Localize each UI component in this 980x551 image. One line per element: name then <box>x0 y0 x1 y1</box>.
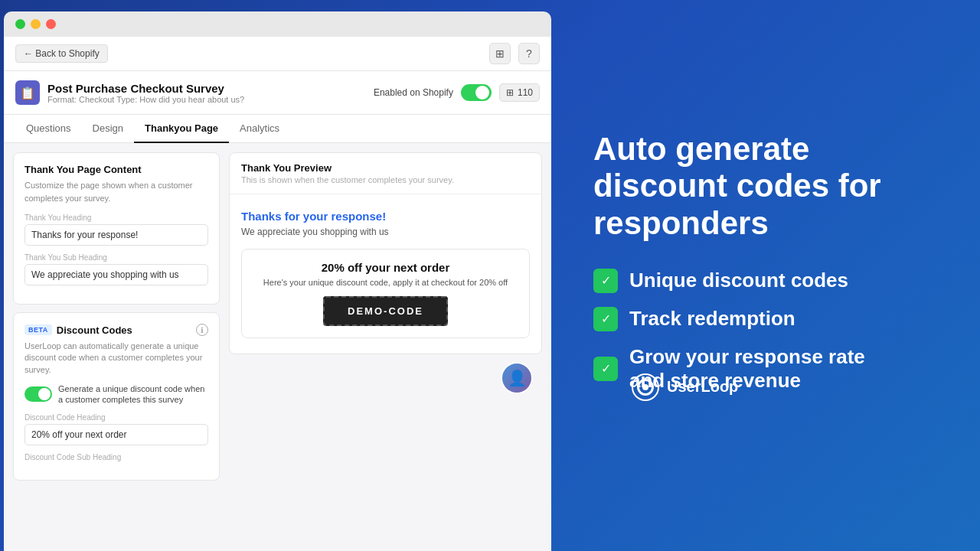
discount-preview-box: 20% off your next order Here's your uniq… <box>241 249 530 338</box>
avatar-area: 👤 <box>229 354 542 402</box>
counter-value: 110 <box>518 87 533 98</box>
check-icon-3: ✓ <box>593 357 618 381</box>
back-to-shopify-button[interactable]: ← Back to Shopify <box>15 44 108 63</box>
preview-thanks-subtext: We appreciate you shopping with us <box>241 227 530 237</box>
discount-toggle-row: Generate a unique discount code when a c… <box>24 383 208 406</box>
marketing-panel: Auto generatediscount codes forresponder… <box>555 0 980 551</box>
discount-title-row: BETA Discount Codes <box>24 324 132 336</box>
survey-title: Post Purchase Checkout Survey <box>47 82 244 95</box>
feature-text-1: Unique discount codes <box>629 269 848 292</box>
survey-subtitle: Format: Checkout Type: How did you hear … <box>47 95 244 104</box>
counter-icon: ⊞ <box>506 87 514 98</box>
check-icon-1: ✓ <box>593 269 618 293</box>
preview-desc: This is shown when the customer complete… <box>241 175 530 184</box>
discount-title: Discount Codes <box>57 324 132 336</box>
code-heading-label: Discount Code Heading <box>24 413 208 422</box>
main-content: Thank You Page Content Customize the pag… <box>4 143 551 551</box>
feature-item-1: ✓ Unique discount codes <box>593 269 942 293</box>
preview-panel: Thank You Preview This is shown when the… <box>229 152 542 551</box>
subheading-input[interactable] <box>24 264 208 285</box>
discount-info-icon[interactable]: ℹ <box>196 324 208 336</box>
heading-input[interactable] <box>24 224 208 246</box>
discount-header: BETA Discount Codes ℹ <box>24 324 208 336</box>
preview-card: Thank You Preview This is shown when the… <box>229 152 542 354</box>
nav-tabs: Questions Design Thankyou Page Analytics <box>4 115 551 143</box>
survey-controls: Enabled on Shopify ⊞ 110 <box>374 83 540 102</box>
demo-code-button[interactable]: DEMO-CODE <box>323 296 448 326</box>
traffic-light-red[interactable] <box>46 19 56 29</box>
thankyou-content-card: Thank You Page Content Customize the pag… <box>13 152 220 305</box>
marketing-headline: Auto generatediscount codes forresponder… <box>593 131 942 242</box>
discount-desc: UserLoop can automatically generate a un… <box>24 341 208 376</box>
grid-icon-button[interactable]: ⊞ <box>489 43 511 64</box>
survey-header: 📋 Post Purchase Checkout Survey Format: … <box>4 71 551 115</box>
preview-header: Thank You Preview This is shown when the… <box>230 153 541 194</box>
userloop-logo-icon <box>632 373 659 401</box>
heading-field: Thank You Heading <box>24 214 208 246</box>
survey-title-text: Post Purchase Checkout Survey Format: Ch… <box>47 82 244 104</box>
thankyou-content-title: Thank You Page Content <box>24 164 208 175</box>
subheading-field: Thank You Sub Heading <box>24 253 208 285</box>
counter-button[interactable]: ⊞ 110 <box>499 83 540 102</box>
top-bar: ← Back to Shopify ⊞ ? <box>4 37 551 71</box>
help-icon-button[interactable]: ? <box>518 43 540 64</box>
code-subheading-label: Discount Code Sub Heading <box>24 453 208 461</box>
tab-thankyou-page[interactable]: Thankyou Page <box>134 115 229 143</box>
survey-title-area: 📋 Post Purchase Checkout Survey Format: … <box>15 80 244 105</box>
tab-analytics[interactable]: Analytics <box>229 115 290 143</box>
traffic-lights <box>15 19 540 29</box>
top-bar-icons: ⊞ ? <box>489 43 540 64</box>
traffic-light-yellow[interactable] <box>31 19 41 29</box>
heading-label: Thank You Heading <box>24 214 208 222</box>
tab-design[interactable]: Design <box>82 115 134 143</box>
browser-chrome <box>4 11 551 37</box>
discount-codes-card: BETA Discount Codes ℹ UserLoop can autom… <box>13 312 220 481</box>
code-heading-field: Discount Code Heading <box>24 413 208 445</box>
discount-toggle-label: Generate a unique discount code when a c… <box>58 383 208 406</box>
discount-box-title: 20% off your next order <box>253 261 518 274</box>
preview-title: Thank You Preview <box>241 162 530 174</box>
app-content: ← Back to Shopify ⊞ ? 📋 Post Purchase Ch… <box>4 37 551 551</box>
feature-text-2: Track redemption <box>629 307 795 331</box>
traffic-light-green[interactable] <box>15 19 25 29</box>
preview-thanks-heading: Thanks for your response! <box>241 210 530 223</box>
tab-questions[interactable]: Questions <box>15 115 82 143</box>
preview-body: Thanks for your response! We appreciate … <box>230 194 541 354</box>
enabled-label: Enabled on Shopify <box>374 87 453 98</box>
discount-box-desc: Here's your unique discount code, apply … <box>253 278 518 287</box>
thankyou-content-desc: Customize the page shown when a customer… <box>24 179 208 204</box>
code-subheading-field: Discount Code Sub Heading <box>24 453 208 461</box>
beta-badge: BETA <box>24 324 52 335</box>
enabled-toggle[interactable] <box>461 84 492 101</box>
avatar: 👤 <box>501 362 533 394</box>
userloop-logo-inner <box>637 379 654 396</box>
subheading-label: Thank You Sub Heading <box>24 253 208 262</box>
code-heading-input[interactable] <box>24 424 208 445</box>
survey-icon: 📋 <box>15 80 40 105</box>
browser-panel: ← Back to Shopify ⊞ ? 📋 Post Purchase Ch… <box>0 0 555 551</box>
discount-toggle[interactable] <box>24 386 52 402</box>
feature-item-2: ✓ Track redemption <box>593 307 942 331</box>
settings-panel: Thank You Page Content Customize the pag… <box>13 152 220 551</box>
check-icon-2: ✓ <box>593 307 618 331</box>
userloop-name: UserLoop <box>667 378 738 396</box>
userloop-brand: UserLoop <box>632 373 980 401</box>
